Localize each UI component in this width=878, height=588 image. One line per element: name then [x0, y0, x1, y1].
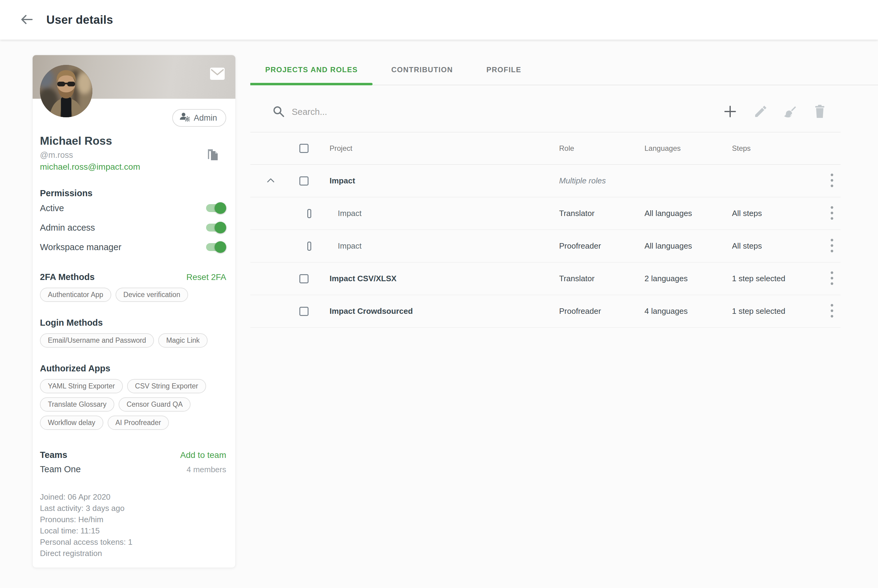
permissions-title: Permissions: [40, 188, 226, 198]
select-all-checkbox[interactable]: [299, 144, 308, 153]
back-button[interactable]: [18, 11, 35, 28]
teams-title: Teams: [40, 450, 68, 460]
user-name: Michael Ross: [40, 135, 226, 147]
active-tab-underline: [250, 83, 373, 85]
twofa-method-chip: Authenticator App: [40, 288, 111, 302]
kebab-icon: [830, 173, 833, 188]
authorized-app-chip: AI Proofreader: [108, 416, 169, 430]
authorized-app-chip: CSV String Exporter: [127, 379, 206, 393]
row-checkbox[interactable]: [307, 209, 311, 218]
languages-value: All languages: [645, 241, 692, 251]
authorized-app-chip: Censor Guard QA: [119, 397, 191, 412]
row-checkbox[interactable]: [299, 307, 308, 316]
toolbar-actions: [721, 103, 840, 121]
table-row-impact-group[interactable]: Impact Multiple roles: [250, 165, 840, 197]
team-row[interactable]: Team One 4 members: [40, 464, 226, 474]
clear-filters-button[interactable]: [781, 103, 799, 121]
table-toolbar: [250, 85, 840, 132]
meta-pronouns: Pronouns: He/him: [40, 514, 226, 525]
copy-icon: [206, 158, 220, 163]
kebab-icon: [830, 271, 833, 286]
toggle-knob: [215, 241, 226, 253]
add-button[interactable]: [721, 103, 739, 121]
tab-profile[interactable]: PROFILE: [471, 55, 536, 85]
languages-value: 2 languages: [645, 274, 688, 284]
row-menu-button[interactable]: [825, 205, 839, 222]
team-members-count: 4 members: [186, 465, 226, 474]
row-checkbox[interactable]: [299, 176, 308, 186]
edit-button[interactable]: [751, 103, 769, 121]
page-title: User details: [47, 14, 113, 27]
login-method-chip: Email/Username and Password: [40, 333, 154, 348]
role-value: Proofreader: [559, 306, 601, 316]
meta-registration: Direct registration: [40, 548, 226, 559]
toggle-label: Admin access: [40, 223, 95, 233]
authorized-app-chip: YAML String Exporter: [40, 379, 123, 393]
send-email-button[interactable]: [210, 68, 225, 80]
search-box: [250, 105, 721, 119]
delete-button[interactable]: [810, 103, 829, 121]
languages-value: All languages: [645, 209, 692, 218]
tab-contribution[interactable]: CONTRIBUTION: [376, 55, 468, 85]
projects-roles-table: Project Role Languages Steps Impact Mult…: [250, 132, 840, 328]
row-menu-button[interactable]: [825, 172, 839, 189]
languages-value: 4 languages: [645, 306, 688, 316]
authorized-apps-section: Authorized Apps YAML String Exporter CSV…: [33, 363, 235, 430]
plus-icon: [723, 105, 737, 119]
project-name: Impact: [338, 209, 362, 218]
column-header-role: Role: [559, 144, 645, 153]
chevron-up-icon: [266, 177, 275, 184]
details-panel: PROJECTS AND ROLES CONTRIBUTION PROFILE: [250, 55, 878, 328]
toggle-row-active: Active: [40, 198, 226, 218]
row-checkbox[interactable]: [299, 274, 308, 284]
row-menu-button[interactable]: [825, 303, 839, 320]
role-value: Proofreader: [559, 241, 601, 251]
row-checkbox[interactable]: [307, 242, 311, 251]
active-toggle[interactable]: [206, 204, 226, 212]
admin-access-toggle[interactable]: [206, 224, 226, 231]
search-input[interactable]: [292, 107, 505, 117]
tab-projects-and-roles[interactable]: PROJECTS AND ROLES: [250, 55, 373, 85]
toggle-label: Active: [40, 203, 64, 213]
twofa-method-chip: Device verification: [116, 288, 188, 302]
user-meta-section: Joined: 06 Apr 2020 Last activity: 3 day…: [33, 491, 235, 559]
reset-2fa-link[interactable]: Reset 2FA: [186, 272, 226, 282]
toggle-row-workspace-manager: Workspace manager: [40, 237, 226, 257]
meta-joined: Joined: 06 Apr 2020: [40, 491, 226, 503]
steps-value: All steps: [732, 209, 762, 218]
toggle-row-admin-access: Admin access: [40, 218, 226, 237]
meta-last-activity: Last activity: 3 days ago: [40, 503, 226, 514]
row-menu-button[interactable]: [825, 238, 839, 255]
table-row-impact-crowdsourced[interactable]: Impact Crowdsourced Proofreader 4 langua…: [250, 295, 840, 328]
column-header-languages: Languages: [645, 144, 732, 153]
pencil-icon: [753, 105, 767, 119]
tab-bar: PROJECTS AND ROLES CONTRIBUTION PROFILE: [250, 55, 878, 85]
toggle-knob: [215, 202, 226, 214]
column-header-project: Project: [311, 144, 559, 153]
add-to-team-link[interactable]: Add to team: [180, 450, 226, 460]
row-menu-button[interactable]: [825, 270, 839, 287]
user-email-link[interactable]: michael.ross@impact.com: [40, 162, 140, 172]
workspace-manager-toggle[interactable]: [206, 243, 226, 251]
login-method-chip: Magic Link: [158, 333, 207, 348]
login-methods-section: Login Methods Email/Username and Passwor…: [33, 318, 235, 348]
project-name: Impact: [329, 176, 355, 186]
table-row-impact-csv-xlsx[interactable]: Impact CSV/XLSX Translator 2 languages 1…: [250, 262, 840, 295]
table-row-impact-translator[interactable]: Impact Translator All languages All step…: [250, 197, 840, 230]
authorized-app-chip: Workflow delay: [40, 416, 103, 430]
user-profile-card: Admin Michael Ross @m.ross michael.ross@…: [32, 55, 236, 568]
meta-local-time: Local time: 11:15: [40, 525, 226, 537]
steps-value: 1 step selected: [732, 306, 785, 316]
twofa-title: 2FA Methods: [40, 272, 95, 282]
trash-icon: [814, 105, 826, 119]
broom-icon: [783, 105, 797, 119]
project-name: Impact: [338, 241, 362, 251]
team-name: Team One: [40, 464, 81, 474]
envelope-icon: [210, 76, 225, 81]
teams-section: Teams Add to team Team One 4 members: [33, 450, 235, 474]
table-row-impact-proofreader[interactable]: Impact Proofreader All languages All ste…: [250, 230, 840, 262]
copy-email-button[interactable]: [206, 147, 220, 162]
search-icon: [272, 105, 285, 119]
toggle-label: Workspace manager: [40, 242, 121, 252]
collapse-group-button[interactable]: [264, 174, 277, 188]
